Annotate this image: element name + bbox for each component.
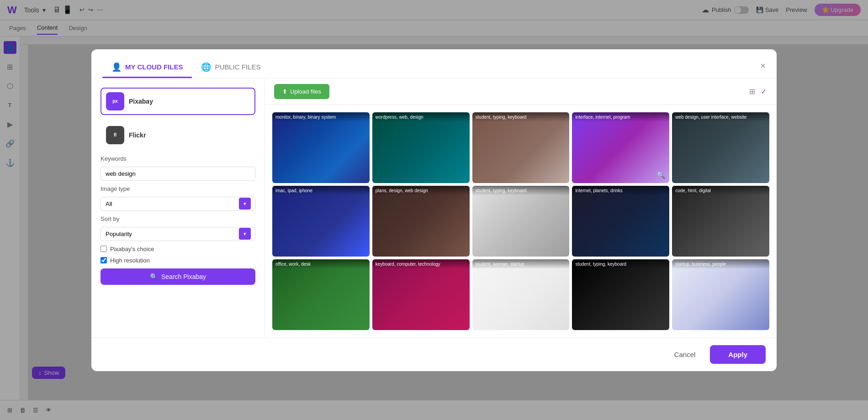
- image-card-2[interactable]: wordpress, web, design: [372, 112, 470, 183]
- image-card-6[interactable]: imac, ipad, iphone: [272, 186, 370, 257]
- high-res-checkbox[interactable]: [101, 257, 107, 263]
- flickr-name: Flickr: [129, 131, 146, 139]
- image-card-13[interactable]: student, woman, startup: [472, 259, 570, 330]
- modal-right-icons: ⊞ ✓: [748, 86, 767, 97]
- modal-filter-panel: px Pixabay fl Flickr Keywords Image type: [91, 79, 265, 337]
- image-search-icon-4: 🔍: [656, 171, 666, 179]
- public-files-icon: 🌐: [201, 62, 211, 72]
- list-view-btn[interactable]: ✓: [760, 86, 767, 97]
- sort-by-label: Sort by: [101, 215, 255, 222]
- image-type-select[interactable]: All Photos Illustrations Vector: [101, 197, 255, 211]
- image-label-1: monitor, binary, binary system: [272, 112, 370, 122]
- pixabay-choice-row: Pixabay's choice: [101, 246, 255, 252]
- image-label-14: student, typing, keyboard: [572, 259, 669, 269]
- image-card-9[interactable]: internet, planets, drinks: [572, 186, 669, 257]
- modal-header: 👤 MY CLOUD FILES 🌐 PUBLIC FILES ×: [91, 49, 777, 79]
- upload-icon: ⬆: [282, 88, 287, 95]
- flickr-avatar: fl: [106, 126, 124, 144]
- image-label-5: web design, user interface, website: [672, 112, 769, 122]
- modal-overlay: 👤 MY CLOUD FILES 🌐 PUBLIC FILES × px Pix…: [0, 0, 868, 420]
- modal-image-panel: ⬆ Upload files ⊞ ✓ monitor, binary, bina…: [265, 79, 777, 337]
- modal-body: px Pixabay fl Flickr Keywords Image type: [91, 79, 777, 337]
- sort-by-select-wrap: Popularity Latest Upcoming ▾: [101, 227, 255, 241]
- image-label-11: office, work, desk: [272, 259, 370, 269]
- image-card-7[interactable]: plans, design, web design: [372, 186, 470, 257]
- image-label-12: keyboard, computer, technology: [372, 259, 470, 269]
- cancel-btn[interactable]: Cancel: [665, 346, 705, 363]
- filter-section: Keywords Image type All Photos Illustrat…: [101, 155, 255, 285]
- image-card-15[interactable]: startup, business, people: [672, 259, 769, 330]
- image-label-13: student, woman, startup: [472, 259, 570, 269]
- search-btn-label: Search Pixabay: [161, 273, 206, 280]
- grid-view-btn[interactable]: ⊞: [748, 86, 756, 97]
- my-cloud-label: MY CLOUD FILES: [125, 63, 183, 71]
- search-pixabay-btn[interactable]: 🔍 Search Pixabay: [101, 268, 255, 285]
- image-card-5[interactable]: web design, user interface, website: [672, 112, 769, 183]
- image-card-1[interactable]: monitor, binary, binary system: [272, 112, 370, 183]
- modal-close-btn[interactable]: ×: [760, 61, 766, 71]
- sort-by-select[interactable]: Popularity Latest Upcoming: [101, 227, 255, 241]
- image-card-12[interactable]: keyboard, computer, technology: [372, 259, 470, 330]
- image-label-10: code, html, digital: [672, 186, 769, 195]
- image-card-11[interactable]: office, work, desk: [272, 259, 370, 330]
- public-files-label: PUBLIC FILES: [215, 63, 260, 71]
- image-card-4[interactable]: interface, internet, program 🔍: [572, 112, 669, 183]
- modal-footer: Cancel Apply: [91, 337, 777, 371]
- media-modal: 👤 MY CLOUD FILES 🌐 PUBLIC FILES × px Pix…: [91, 49, 777, 371]
- tab-public-files[interactable]: 🌐 PUBLIC FILES: [192, 58, 270, 78]
- source-flickr[interactable]: fl Flickr: [101, 121, 255, 149]
- image-label-3: student, typing, keyboard: [472, 112, 570, 122]
- image-type-select-wrap: All Photos Illustrations Vector ▾: [101, 197, 255, 211]
- image-label-8: student, typing, keyboard: [472, 186, 570, 195]
- pixabay-avatar: px: [106, 92, 124, 110]
- search-icon: 🔍: [150, 273, 158, 280]
- upload-btn-label: Upload files: [290, 88, 321, 95]
- image-grid: monitor, binary, binary system wordpress…: [265, 105, 777, 337]
- source-pixabay[interactable]: px Pixabay: [101, 88, 255, 115]
- tab-my-cloud[interactable]: 👤 MY CLOUD FILES: [102, 58, 192, 78]
- pixabay-name: Pixabay: [129, 98, 153, 105]
- high-res-label: High resolution: [110, 257, 150, 264]
- image-label-4: interface, internet, program: [572, 112, 669, 122]
- keyword-input[interactable]: [101, 167, 255, 181]
- image-card-10[interactable]: code, html, digital: [672, 186, 769, 257]
- image-label-6: imac, ipad, iphone: [272, 186, 370, 195]
- image-card-14[interactable]: student, typing, keyboard: [572, 259, 669, 330]
- apply-btn[interactable]: Apply: [710, 345, 766, 364]
- image-label-15: startup, business, people: [672, 259, 769, 269]
- image-card-8[interactable]: student, typing, keyboard: [472, 186, 570, 257]
- image-type-label: Image type: [101, 185, 255, 192]
- keyword-label: Keywords: [101, 155, 255, 162]
- pixabay-choice-label: Pixabay's choice: [110, 246, 154, 252]
- image-label-9: internet, planets, drinks: [572, 186, 669, 195]
- image-label-7: plans, design, web design: [372, 186, 470, 195]
- image-label-2: wordpress, web, design: [372, 112, 470, 122]
- upload-files-btn[interactable]: ⬆ Upload files: [274, 84, 329, 99]
- image-card-3[interactable]: student, typing, keyboard: [472, 112, 570, 183]
- pixabay-choice-checkbox[interactable]: [101, 246, 107, 252]
- high-res-row: High resolution: [101, 257, 255, 264]
- my-cloud-icon: 👤: [111, 62, 122, 72]
- modal-right-header: ⬆ Upload files ⊞ ✓: [265, 79, 777, 105]
